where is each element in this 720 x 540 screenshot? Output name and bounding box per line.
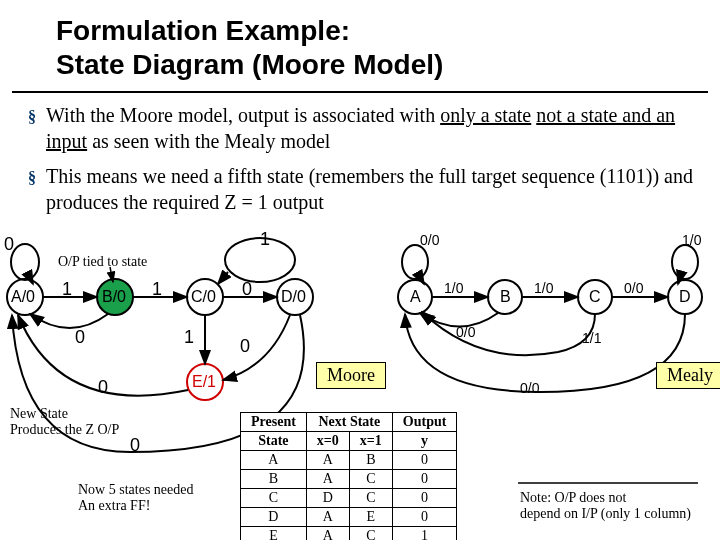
edge-DE: 0 bbox=[240, 336, 250, 357]
bullets: § With the Moore model, output is associ… bbox=[0, 93, 720, 215]
table-row: BAC0 bbox=[241, 470, 457, 489]
title-block: Formulation Example: State Diagram (Moor… bbox=[0, 0, 720, 87]
th-present: Present bbox=[241, 413, 307, 432]
mealy-B: B bbox=[500, 288, 511, 306]
new-state-note: New State Produces the Z O/P bbox=[10, 406, 119, 438]
state-A: A/0 bbox=[11, 288, 35, 306]
th-x0: x=0 bbox=[306, 432, 349, 451]
th-next: Next State bbox=[306, 413, 392, 432]
underline-icon bbox=[518, 476, 698, 490]
svg-point-6 bbox=[11, 244, 39, 280]
b1-pre: With the Moore model, output is associat… bbox=[46, 104, 440, 126]
mealy-loopA: 0/0 bbox=[420, 232, 439, 248]
mealy-DA: 0/0 bbox=[520, 380, 539, 396]
edge-AB: 1 bbox=[62, 279, 72, 300]
b1-u1: only a state bbox=[440, 104, 531, 126]
table-body: AAB0 BAC0 CDC0 DAE0 EAC1 bbox=[241, 451, 457, 541]
mealy-A: A bbox=[410, 288, 421, 306]
five-states-note: Now 5 states needed An extra FF! bbox=[78, 482, 193, 514]
svg-point-15 bbox=[402, 245, 428, 279]
bullet-marker-icon: § bbox=[28, 168, 36, 215]
state-B: B/0 bbox=[102, 288, 126, 306]
b1-post: as seen with the Mealy model bbox=[87, 130, 330, 152]
state-D: D/0 bbox=[281, 288, 306, 306]
diagram-area: O/P tied to state 0 1 A/0 B/0 C/0 D/0 E/… bbox=[0, 232, 720, 540]
mealy-BA: 0/0 bbox=[456, 324, 475, 340]
moore-loop-right: 1 bbox=[260, 229, 270, 250]
bullet-2-text: This means we need a fifth state (rememb… bbox=[46, 164, 702, 215]
table-row: CDC0 bbox=[241, 489, 457, 508]
svg-point-16 bbox=[672, 245, 698, 279]
table-header-row-1: Present Next State Output bbox=[241, 413, 457, 432]
op-tied-label: O/P tied to state bbox=[58, 254, 147, 270]
mealy-BC: 1/0 bbox=[534, 280, 553, 296]
bullet-marker-icon: § bbox=[28, 107, 36, 154]
edge-CD: 0 bbox=[242, 279, 252, 300]
mealy-loopD: 1/0 bbox=[682, 232, 701, 248]
title-line1: Formulation Example: bbox=[56, 14, 664, 48]
output-note: Note: O/P does not depend on I/P (only 1… bbox=[520, 490, 691, 522]
th-x1: x=1 bbox=[349, 432, 392, 451]
truth-table: Present Next State Output State x=0 x=1 … bbox=[240, 412, 457, 540]
mealy-label-box: Mealy bbox=[656, 362, 720, 389]
mealy-AB: 1/0 bbox=[444, 280, 463, 296]
th-state: State bbox=[241, 432, 307, 451]
edge-BC: 1 bbox=[152, 279, 162, 300]
moore-label-box: Moore bbox=[316, 362, 386, 389]
table-header-row-2: State x=0 x=1 y bbox=[241, 432, 457, 451]
th-output: Output bbox=[392, 413, 457, 432]
state-C: C/0 bbox=[191, 288, 216, 306]
mealy-C: C bbox=[589, 288, 601, 306]
edge-EA: 0 bbox=[98, 377, 108, 398]
th-y: y bbox=[392, 432, 457, 451]
bullet-1: § With the Moore model, output is associ… bbox=[28, 103, 702, 154]
state-E: E/1 bbox=[192, 373, 216, 391]
title-line2: State Diagram (Moore Model) bbox=[56, 48, 664, 82]
table-row: AAB0 bbox=[241, 451, 457, 470]
edge-CE: 1 bbox=[184, 327, 194, 348]
mealy-CE: 1/1 bbox=[582, 330, 601, 346]
bullet-2: § This means we need a fifth state (reme… bbox=[28, 164, 702, 215]
table-row: EAC1 bbox=[241, 527, 457, 541]
edge-bottom: 0 bbox=[130, 435, 140, 456]
table-row: DAE0 bbox=[241, 508, 457, 527]
edge-BA: 0 bbox=[75, 327, 85, 348]
bullet-1-text: With the Moore model, output is associat… bbox=[46, 103, 702, 154]
mealy-D: D bbox=[679, 288, 691, 306]
mealy-CD: 0/0 bbox=[624, 280, 643, 296]
moore-loopA: 0 bbox=[4, 234, 14, 255]
